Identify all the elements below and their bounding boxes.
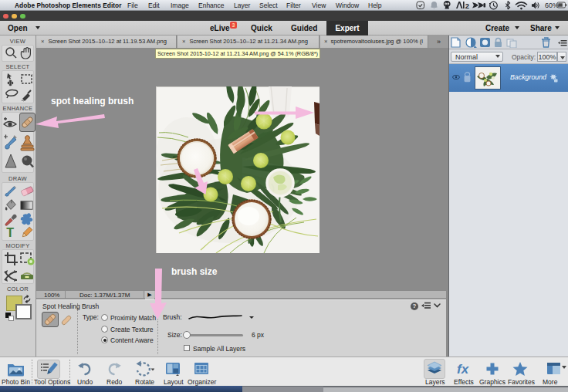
- svg-text:T: T: [6, 226, 14, 239]
- svg-text:60%: 60%: [545, 2, 559, 9]
- svg-text:fx: fx: [457, 362, 470, 376]
- svg-text:2: 2: [465, 2, 469, 10]
